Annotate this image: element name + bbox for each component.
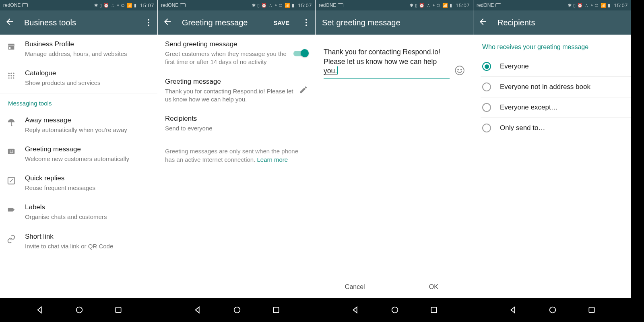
greeting-input[interactable]: Thank you for contacting Respond.io! Ple… <box>324 47 450 79</box>
smile-chat-icon <box>6 147 16 157</box>
nav-recent-icon[interactable] <box>430 306 438 314</box>
svg-point-21 <box>76 307 83 313</box>
radio-everyone-except[interactable]: Everyone except… <box>473 97 631 118</box>
svg-point-11 <box>10 151 11 152</box>
item-subtitle: Manage address, hours, and websites <box>25 50 151 58</box>
recipients-header: Who receives your greeting message <box>473 35 631 56</box>
page-title: Business tools <box>24 18 135 27</box>
nav-back-icon[interactable] <box>35 305 44 314</box>
toggle-send-greeting[interactable]: Send greeting message Greet customers wh… <box>158 35 315 72</box>
cast-icon <box>22 3 28 7</box>
nav-recent-icon[interactable] <box>272 306 280 314</box>
status-time: 15:07 <box>298 2 312 8</box>
app-bar: Greeting message SAVE <box>158 10 315 35</box>
svg-rect-15 <box>180 4 186 7</box>
nav-back-icon[interactable] <box>193 305 202 314</box>
pencil-icon[interactable] <box>299 85 308 96</box>
status-icons: ✱ ▯ ⏰ ⛬ ◈ ⬡ 📶 ▮ <box>568 3 611 8</box>
page-title: Set greeting message <box>322 18 468 27</box>
item-short-link[interactable]: Short link Invite to chat via link or QR… <box>0 227 157 256</box>
svg-point-1 <box>8 73 10 74</box>
item-recipients[interactable]: Recipients Send to everyone <box>158 109 315 138</box>
item-greeting-text[interactable]: Greeting message Thank you for contactin… <box>158 72 315 109</box>
emoji-icon[interactable] <box>454 65 465 77</box>
item-subtitle: Thank you for contacting Respond.io! Ple… <box>165 87 294 104</box>
item-subtitle: Organise chats and customers <box>25 213 151 221</box>
svg-rect-28 <box>589 307 594 312</box>
screen-set-greeting: redONE ✱ ▯ ⏰ ⛬ ◈ ⬡ 📶 ▮ 15:07 Set greetin… <box>316 0 473 298</box>
item-subtitle: Show products and services <box>25 79 151 87</box>
black-side-strip <box>631 0 644 322</box>
svg-point-2 <box>10 73 12 74</box>
carrier-label: redONE <box>161 2 178 8</box>
slash-icon <box>6 176 16 186</box>
item-title: Catalogue <box>25 69 151 77</box>
svg-point-17 <box>455 66 464 75</box>
back-button[interactable] <box>163 17 172 28</box>
cast-icon <box>495 3 501 7</box>
radio-icon <box>482 62 491 71</box>
overflow-menu[interactable] <box>144 16 153 29</box>
toggle-title: Send greeting message <box>165 40 289 48</box>
app-bar: Business tools <box>0 10 157 35</box>
status-time: 15:07 <box>140 2 154 8</box>
screen-recipients: redONE ✱ ▯ ⏰ ⛬ ◈ ⬡ 📶 ▮ 15:07 Recipients … <box>473 0 631 298</box>
cast-icon <box>338 3 343 7</box>
cast-icon <box>180 3 186 7</box>
item-away-message[interactable]: Away message Reply automatically when yo… <box>0 111 157 140</box>
svg-rect-20 <box>496 4 501 7</box>
ok-button[interactable]: OK <box>394 276 473 298</box>
svg-point-9 <box>13 77 14 78</box>
nav-home-icon[interactable] <box>390 305 399 314</box>
item-title: Greeting message <box>25 145 151 153</box>
radio-icon <box>482 124 491 132</box>
nav-recent-icon[interactable] <box>114 306 122 314</box>
item-quick-replies[interactable]: Quick replies Reuse frequent messages <box>0 169 157 198</box>
status-bar: redONE ✱ ▯ ⏰ ⛬ ◈ ⬡ 📶 ▮ 15:07 <box>316 0 473 10</box>
back-button[interactable] <box>5 17 14 28</box>
item-subtitle: Invite to chat via link or QR Code <box>25 242 151 250</box>
item-title: Short link <box>25 233 151 241</box>
save-button[interactable]: SAVE <box>273 19 289 26</box>
cancel-button[interactable]: Cancel <box>316 276 394 298</box>
svg-rect-26 <box>431 307 436 312</box>
item-title: Quick replies <box>25 174 151 182</box>
dialog-actions: Cancel OK <box>316 276 473 298</box>
screen-greeting-settings: redONE ✱ ▯ ⏰ ⛬ ◈ ⬡ 📶 ▮ 15:07 Greeting me… <box>158 0 316 298</box>
item-title: Labels <box>25 203 151 211</box>
nav-home-icon[interactable] <box>548 305 557 314</box>
android-navbar <box>316 298 473 322</box>
item-title: Recipients <box>165 115 308 123</box>
nav-recent-icon[interactable] <box>588 306 596 314</box>
nav-home-icon[interactable] <box>75 305 84 314</box>
status-bar: redONE ✱ ▯ ⏰ ⛬ ◈ ⬡ 📶 ▮ 15:07 <box>473 0 631 10</box>
grid-icon <box>6 71 16 80</box>
radio-only-send-to[interactable]: Only send to… <box>473 118 631 138</box>
item-business-profile[interactable]: Business Profile Manage address, hours, … <box>0 35 157 64</box>
item-greeting-message[interactable]: Greeting message Welcome new customers a… <box>0 140 157 169</box>
svg-rect-16 <box>338 4 343 7</box>
item-title: Business Profile <box>25 40 151 48</box>
radio-everyone[interactable]: Everyone <box>473 56 631 76</box>
nav-back-icon[interactable] <box>351 305 360 314</box>
item-catalogue[interactable]: Catalogue Show products and services <box>0 64 157 93</box>
toggle-switch[interactable] <box>293 49 308 57</box>
svg-point-18 <box>458 69 458 70</box>
section-messaging-tools: Messaging tools <box>0 93 157 111</box>
back-button[interactable] <box>478 17 488 28</box>
link-icon <box>6 234 16 244</box>
radio-icon <box>482 103 491 112</box>
nav-home-icon[interactable] <box>233 305 242 314</box>
radio-not-in-address-book[interactable]: Everyone not in address book <box>473 77 631 97</box>
radio-label: Only send to… <box>500 124 545 132</box>
overflow-menu[interactable] <box>302 16 310 29</box>
item-labels[interactable]: Labels Organise chats and customers <box>0 198 157 227</box>
nav-back-icon[interactable] <box>509 305 518 314</box>
storefront-icon <box>6 42 16 52</box>
android-navbar <box>0 298 158 322</box>
item-title: Away message <box>25 116 151 124</box>
text-cursor <box>337 66 338 74</box>
svg-point-19 <box>461 69 462 70</box>
learn-more-link[interactable]: Learn more <box>257 156 288 163</box>
input-text-prefix: Thank you for contacting Respond.io! Ple… <box>324 48 440 66</box>
